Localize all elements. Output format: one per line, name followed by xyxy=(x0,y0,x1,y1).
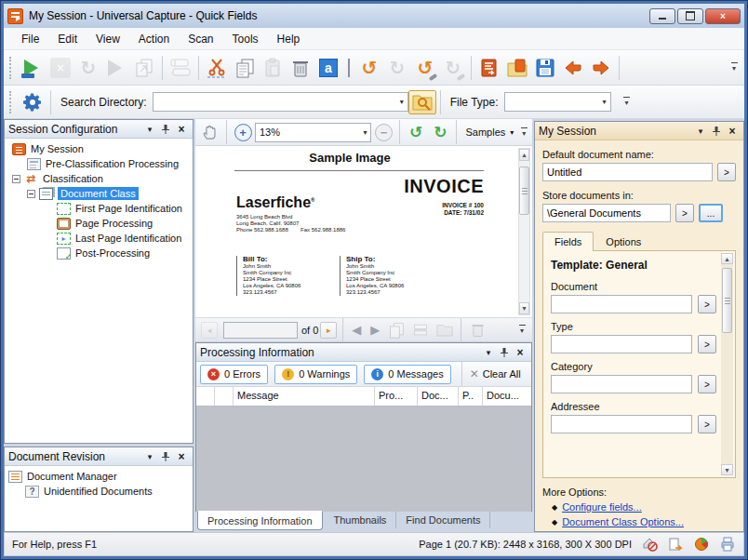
default-document-name-input[interactable] xyxy=(542,163,713,181)
default-document-name-expand-button[interactable]: > xyxy=(717,163,736,181)
undo-all-icon[interactable]: ↺ xyxy=(411,54,439,82)
column-process[interactable]: Pro... xyxy=(375,387,418,406)
rotate-left-icon[interactable]: ↺ xyxy=(404,120,428,144)
tree-item-last-page-identification[interactable]: ▸ Last Page Identification xyxy=(5,231,193,246)
annotations-disabled-icon[interactable] xyxy=(641,537,658,552)
chevron-down-icon[interactable]: ▾ xyxy=(394,98,404,106)
scroll-up-icon[interactable]: ▲ xyxy=(721,253,733,264)
tab-thumbnails[interactable]: Thumbnails xyxy=(325,512,397,528)
copy-icon[interactable] xyxy=(231,54,259,82)
menu-tools[interactable]: Tools xyxy=(224,30,267,48)
column-icon[interactable] xyxy=(196,387,215,406)
pan-hand-icon[interactable] xyxy=(198,120,222,144)
toolbar-overflow-icon[interactable]: ▾ xyxy=(728,62,741,73)
field-expand-button[interactable]: > xyxy=(698,375,716,393)
session-settings-gear-icon[interactable] xyxy=(19,88,47,116)
messages-toggle-button[interactable]: i 0 Messages xyxy=(364,365,450,384)
tab-find-documents[interactable]: Find Documents xyxy=(396,512,490,528)
process-document-icon[interactable] xyxy=(475,54,503,82)
panel-menu-icon[interactable]: ▾ xyxy=(693,124,708,138)
scroll-down-icon[interactable]: ▼ xyxy=(721,464,733,475)
field-input-type[interactable] xyxy=(551,335,692,353)
collapse-expander-icon[interactable] xyxy=(27,190,35,198)
toolbar-grip[interactable] xyxy=(9,57,14,79)
field-input-document[interactable] xyxy=(551,295,692,313)
tree-item-page-processing[interactable]: Page Processing xyxy=(5,216,193,231)
scroll-down-icon[interactable]: ▼ xyxy=(519,302,529,314)
print-pages-icon[interactable] xyxy=(719,537,736,552)
tree-item-post-processing[interactable]: ✓ Post-Processing xyxy=(5,246,193,260)
field-expand-button[interactable]: > xyxy=(698,415,716,433)
menu-action[interactable]: Action xyxy=(130,30,178,48)
tree-item-unidentified-documents[interactable]: ? Unidentified Documents xyxy=(5,484,193,499)
zoom-out-icon[interactable]: − xyxy=(371,120,395,144)
document-class-options-link[interactable]: Document Class Options... xyxy=(562,516,684,527)
store-document-icon[interactable] xyxy=(503,54,531,82)
tree-item-first-page-identification[interactable]: First Page Identification xyxy=(5,201,193,216)
tab-fields[interactable]: Fields xyxy=(542,232,594,251)
field-input-addressee[interactable] xyxy=(551,415,692,433)
pin-icon[interactable] xyxy=(709,124,724,138)
clear-all-button[interactable]: ✕ Clear All xyxy=(466,367,525,380)
close-icon[interactable]: × xyxy=(725,124,740,138)
next-document-icon[interactable] xyxy=(587,54,615,82)
field-expand-button[interactable]: > xyxy=(698,335,716,353)
tab-options[interactable]: Options xyxy=(594,232,653,251)
tree-item-document-manager[interactable]: Document Manager xyxy=(5,469,193,484)
document-preview[interactable]: Sample Image INVOICE INVOICE # 100 DATE:… xyxy=(195,146,532,318)
scroll-up-icon[interactable]: ▲ xyxy=(519,149,529,161)
chevron-down-icon[interactable]: ▾ xyxy=(357,128,367,137)
tree-item-document-class[interactable]: Document Class xyxy=(5,186,193,201)
fields-scrollbar[interactable]: ▲ ▼ xyxy=(721,253,733,475)
text-annotation-icon[interactable]: a xyxy=(314,54,342,82)
menu-help[interactable]: Help xyxy=(269,30,309,48)
close-icon[interactable]: × xyxy=(513,345,528,359)
pin-icon[interactable] xyxy=(497,345,512,359)
scrollbar-thumb[interactable] xyxy=(519,167,529,215)
menu-scan[interactable]: Scan xyxy=(180,30,221,48)
store-documents-expand-button[interactable]: > xyxy=(675,204,694,222)
export-page-icon[interactable] xyxy=(667,537,684,552)
minimize-button[interactable] xyxy=(649,8,675,24)
browse-search-folder-button[interactable] xyxy=(408,90,436,114)
zoom-level-combo[interactable]: 13% ▾ xyxy=(255,123,371,142)
toolbar-overflow-icon[interactable]: ▾ xyxy=(621,97,634,107)
close-button[interactable]: × xyxy=(705,8,741,24)
delete-icon[interactable] xyxy=(287,54,314,82)
tree-item-pre-classification[interactable]: Pre-Classification Processing xyxy=(5,156,193,171)
field-expand-button[interactable]: > xyxy=(698,295,716,313)
panel-menu-icon[interactable]: ▾ xyxy=(142,449,157,463)
close-icon[interactable]: × xyxy=(174,122,189,136)
start-scan-icon[interactable] xyxy=(19,54,47,82)
toolbar-overflow-icon[interactable]: ▾ xyxy=(518,127,529,138)
color-mode-icon[interactable] xyxy=(693,537,710,552)
chevron-down-icon[interactable]: ▾ xyxy=(597,98,607,106)
panel-menu-icon[interactable]: ▾ xyxy=(481,345,496,359)
page-number-input[interactable] xyxy=(223,322,298,339)
warnings-toggle-button[interactable]: ! 0 Warnings xyxy=(274,365,357,384)
tree-item-my-session[interactable]: My Session xyxy=(5,141,193,156)
toolbar-grip[interactable] xyxy=(9,91,14,113)
search-directory-combo[interactable]: ▾ xyxy=(153,92,408,112)
menu-view[interactable]: View xyxy=(87,30,128,48)
pin-icon[interactable] xyxy=(158,122,173,136)
close-icon[interactable]: × xyxy=(174,449,189,463)
tab-processing-information[interactable]: Processing Information xyxy=(197,511,323,530)
errors-toggle-button[interactable]: × 0 Errors xyxy=(200,365,268,384)
store-documents-input[interactable] xyxy=(542,204,671,222)
zoom-in-icon[interactable]: + xyxy=(231,120,255,144)
menu-file[interactable]: File xyxy=(13,30,47,48)
column-document2[interactable]: Docu... xyxy=(483,387,531,406)
file-type-combo[interactable]: ▾ xyxy=(504,92,611,112)
collapse-expander-icon[interactable] xyxy=(12,175,20,183)
undo-icon[interactable]: ↺ xyxy=(355,54,383,82)
column-icon[interactable] xyxy=(215,387,234,406)
field-input-category[interactable] xyxy=(551,375,692,393)
panel-menu-icon[interactable]: ▾ xyxy=(142,122,157,136)
save-icon[interactable] xyxy=(531,54,559,82)
column-message[interactable]: Message xyxy=(234,387,375,406)
previous-document-icon[interactable] xyxy=(559,54,587,82)
preview-scrollbar[interactable]: ▲ ▼ xyxy=(518,148,530,315)
configure-fields-link[interactable]: Configure fields... xyxy=(562,501,642,513)
column-document[interactable]: Doc... xyxy=(418,387,459,406)
